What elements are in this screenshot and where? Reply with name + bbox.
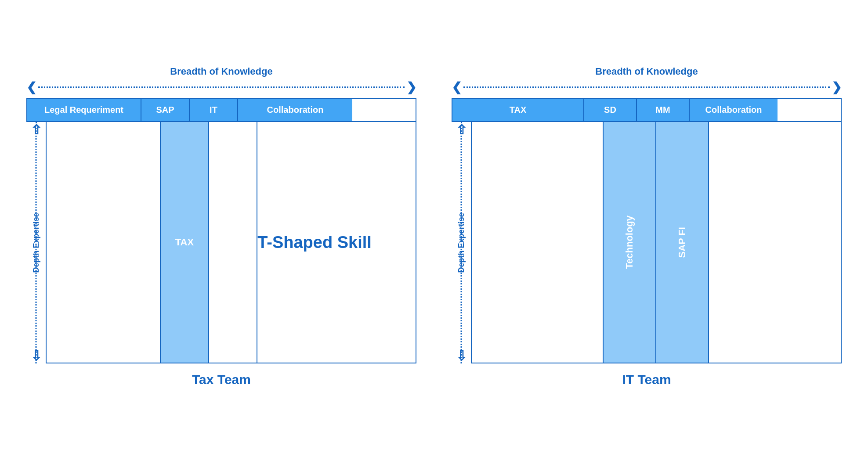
left-body-sap-text: TAX [175, 237, 194, 248]
right-body-mm: SAP FI [656, 122, 709, 363]
right-body-wrapper: ⇧ Depth Expertise ⇩ Technology SAP FI [452, 122, 842, 363]
right-header-tax: TAX [452, 99, 584, 121]
left-depth-side: ⇧ Depth Expertise ⇩ [26, 122, 46, 363]
left-dotted-line [38, 86, 405, 88]
right-v-arrow-bottom-icon: ⇩ [456, 348, 467, 363]
t-shaped-label: T-Shaped Skill [257, 122, 372, 363]
right-body-collab [709, 122, 797, 363]
right-arrow-left-icon: ❮ [452, 80, 462, 94]
left-team-label: Tax Team [192, 372, 251, 387]
left-header-it: IT [190, 99, 238, 121]
right-body-sd-text: Technology [624, 216, 635, 269]
right-header-sd: SD [584, 99, 637, 121]
right-body-sd: Technology [604, 122, 656, 363]
left-breadth-label: Breadth of Knowledge [170, 66, 272, 77]
page-container: Breadth of Knowledge ❮ ❯ Legal Requerime… [0, 48, 868, 405]
right-col-headers: TAX SD MM Collaboration [452, 98, 842, 122]
left-arrow-left-icon: ❮ [26, 80, 36, 94]
left-body-wrapper: ⇧ Depth Expertise ⇩ TAX T-Shaped Skill [26, 122, 416, 363]
right-cols-body: Technology SAP FI [471, 122, 842, 363]
left-arrow-right-icon: ❯ [406, 80, 416, 94]
left-body-it [209, 122, 257, 363]
left-col-headers: Legal Requeriment SAP IT Collaboration [26, 98, 416, 122]
right-arrow-right-icon: ❯ [832, 80, 842, 94]
left-v-arrow-bottom-icon: ⇩ [31, 348, 42, 363]
right-depth-label: Depth Expertise [457, 212, 466, 273]
right-diagram: Breadth of Knowledge ❮ ❯ TAX SD MM Colla… [452, 66, 842, 387]
left-body-sap: TAX [161, 122, 209, 363]
right-depth-side: ⇧ Depth Expertise ⇩ [452, 122, 471, 363]
left-header-legal: Legal Requeriment [27, 99, 141, 121]
right-breadth-header: Breadth of Knowledge ❮ ❯ [452, 66, 842, 94]
left-body-legal [47, 122, 161, 363]
left-header-collab: Collaboration [238, 99, 352, 121]
right-body-mm-text: SAP FI [676, 227, 688, 258]
left-breadth-arrow: ❮ ❯ [26, 80, 416, 94]
left-depth-inner: ⇧ Depth Expertise ⇩ [26, 122, 46, 363]
left-v-arrow-top-icon: ⇧ [31, 122, 42, 137]
left-body-collab: T-Shaped Skill [257, 122, 372, 363]
right-v-arrow-top-icon: ⇧ [456, 122, 467, 137]
left-breadth-header: Breadth of Knowledge ❮ ❯ [26, 66, 416, 94]
right-team-label: IT Team [622, 372, 671, 387]
right-header-collab: Collaboration [690, 99, 778, 121]
right-breadth-arrow: ❮ ❯ [452, 80, 842, 94]
right-dotted-line [463, 86, 830, 88]
left-diagram: Breadth of Knowledge ❮ ❯ Legal Requerime… [26, 66, 416, 387]
left-depth-label: Depth Expertise [32, 212, 41, 273]
left-cols-body: TAX T-Shaped Skill [46, 122, 416, 363]
right-depth-inner: ⇧ Depth Expertise ⇩ [452, 122, 471, 363]
left-header-sap: SAP [141, 99, 190, 121]
right-breadth-label: Breadth of Knowledge [595, 66, 698, 77]
right-body-tax [472, 122, 604, 363]
right-header-mm: MM [637, 99, 690, 121]
